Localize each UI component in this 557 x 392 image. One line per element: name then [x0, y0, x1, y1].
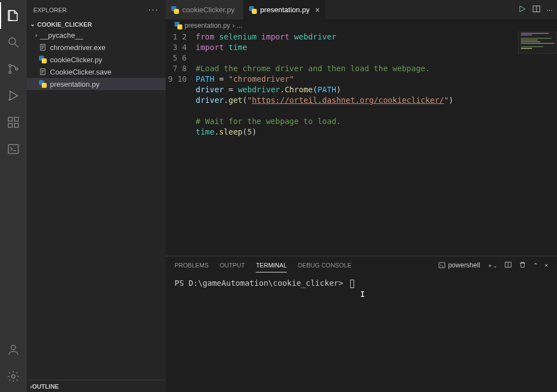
- python-file-icon: [38, 56, 48, 63]
- tree-item-label: CookieClicker.save: [50, 68, 112, 76]
- explorer-activity-icon[interactable]: [0, 2, 27, 29]
- sidebar-title: EXPLORER: [33, 7, 67, 13]
- terminal-activity-icon[interactable]: [0, 136, 27, 162]
- chevron-right-icon: ›: [232, 22, 235, 29]
- terminal-prompt: PS D:\gameAutomation\cookie_clicker>: [175, 279, 343, 287]
- svg-point-14: [12, 375, 15, 378]
- svg-rect-8: [14, 117, 18, 121]
- search-activity-icon[interactable]: [0, 29, 27, 56]
- tree-item-label: chromedriver.exe: [50, 43, 106, 52]
- file-icon: [38, 43, 48, 51]
- svg-point-0: [9, 38, 16, 44]
- terminal-cursor: [350, 280, 354, 288]
- new-terminal-icon[interactable]: ＋⌄: [487, 261, 498, 270]
- panel-tab-debug-console[interactable]: DEBUG CONSOLE: [298, 259, 351, 272]
- workspace-folder-header[interactable]: ⌄ COOKIE_CLICKER: [27, 19, 166, 29]
- editor-more-icon[interactable]: ···: [546, 6, 553, 14]
- python-file-icon: [171, 6, 179, 14]
- svg-marker-5: [10, 91, 18, 100]
- panel-tab-problems[interactable]: PROBLEMS: [175, 259, 208, 272]
- split-editor-icon[interactable]: [532, 4, 541, 15]
- run-file-icon[interactable]: [518, 4, 526, 15]
- tree-item-label: cookieClicker.py: [50, 56, 102, 64]
- tab-cookieclicker[interactable]: cookieClicker.py: [166, 0, 243, 19]
- sidebar-more-icon[interactable]: ···: [148, 5, 159, 15]
- settings-activity-icon[interactable]: [0, 363, 27, 390]
- line-number-gutter: 1 2 3 4 5 6 7 8 9 10: [166, 32, 196, 256]
- tree-file-chromedriver[interactable]: chromedriver.exe: [27, 41, 166, 53]
- minimap[interactable]: [518, 32, 557, 54]
- outline-section-header[interactable]: › OUTLINE: [27, 380, 166, 392]
- panel-tab-terminal[interactable]: TERMINAL: [256, 259, 287, 272]
- tree-item-label: __pycache__: [40, 31, 83, 39]
- close-panel-icon[interactable]: ×: [545, 262, 548, 269]
- panel-tab-output[interactable]: OUTPUT: [220, 259, 245, 272]
- tree-file-cookieclicker-py[interactable]: cookieClicker.py: [27, 53, 166, 66]
- python-file-icon: [249, 6, 257, 14]
- tab-bar: cookieClicker.py presentation.py × ···: [166, 0, 557, 19]
- terminal-shell-selector[interactable]: powershell: [438, 261, 480, 269]
- run-debug-activity-icon[interactable]: [0, 82, 27, 109]
- explorer-sidebar: EXPLORER ··· ⌄ COOKIE_CLICKER › __pycach…: [27, 0, 166, 392]
- svg-point-6: [9, 99, 10, 100]
- editor-area: cookieClicker.py presentation.py × ··· p…: [166, 0, 557, 392]
- tab-presentation[interactable]: presentation.py ×: [243, 0, 326, 19]
- maximize-panel-icon[interactable]: ⌃: [533, 262, 538, 269]
- svg-rect-11: [8, 145, 18, 153]
- shell-name: powershell: [448, 261, 480, 269]
- workspace-folder-name: COOKIE_CLICKER: [37, 21, 92, 28]
- activity-bar: [0, 0, 27, 392]
- code-editor[interactable]: 1 2 3 4 5 6 7 8 9 10 from selenium impor…: [166, 32, 557, 256]
- outline-label: OUTLINE: [32, 383, 59, 390]
- python-file-icon: [38, 80, 48, 88]
- tree-folder-pycache[interactable]: › __pycache__: [27, 29, 166, 41]
- tab-label: presentation.py: [260, 6, 310, 14]
- close-tab-icon[interactable]: ×: [310, 6, 320, 14]
- tree-item-label: presentation.py: [50, 80, 100, 88]
- chevron-down-icon: ⌄: [30, 21, 35, 28]
- svg-rect-9: [8, 123, 12, 127]
- svg-line-1: [15, 44, 18, 47]
- accounts-activity-icon[interactable]: [0, 336, 27, 363]
- code-content[interactable]: from selenium import webdriver import ti…: [196, 32, 557, 256]
- split-terminal-icon[interactable]: [504, 261, 512, 270]
- svg-point-2: [9, 64, 11, 67]
- extensions-activity-icon[interactable]: [0, 109, 27, 136]
- bottom-panel: PROBLEMS OUTPUT TERMINAL DEBUG CONSOLE p…: [166, 256, 557, 392]
- text-cursor-icon: I: [360, 290, 361, 299]
- breadcrumb-file: presentation.py: [185, 22, 230, 29]
- terminal[interactable]: PS D:\gameAutomation\cookie_clicker> I: [166, 274, 557, 392]
- svg-point-3: [9, 71, 11, 73]
- svg-rect-10: [14, 123, 18, 127]
- breadcrumb[interactable]: presentation.py › ...: [166, 19, 557, 32]
- svg-rect-26: [439, 262, 445, 267]
- tree-file-presentation-py[interactable]: presentation.py: [27, 78, 166, 90]
- breadcrumb-ellipsis: ...: [237, 22, 242, 29]
- chevron-right-icon: ›: [32, 32, 40, 38]
- source-control-activity-icon[interactable]: [0, 56, 27, 82]
- tab-label: cookieClicker.py: [182, 6, 235, 14]
- svg-rect-7: [8, 117, 12, 121]
- svg-point-13: [11, 345, 16, 350]
- python-file-icon: [175, 22, 182, 29]
- tree-file-cookieclicker-save[interactable]: CookieClicker.save: [27, 66, 166, 78]
- svg-marker-23: [520, 6, 525, 12]
- kill-terminal-icon[interactable]: [519, 261, 526, 270]
- file-icon: [38, 68, 48, 76]
